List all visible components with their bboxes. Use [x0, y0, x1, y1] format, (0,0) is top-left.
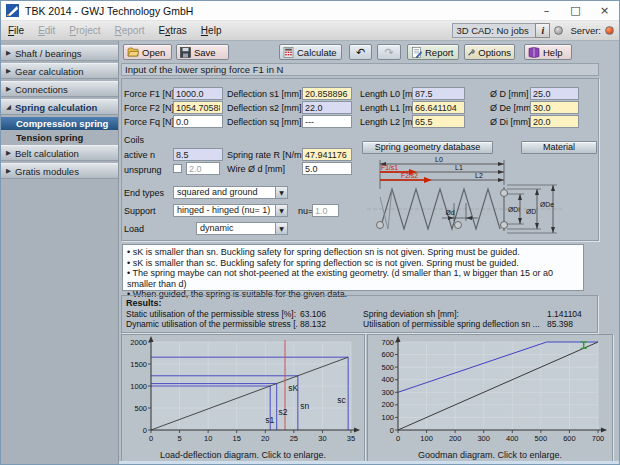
- input-s1[interactable]: [302, 87, 352, 100]
- undo-icon: ↶: [356, 47, 365, 58]
- sidebar-item-connections[interactable]: ▶Connections: [1, 81, 118, 97]
- sidebar-item-spring-calculation[interactable]: ◢Spring calculation: [1, 99, 118, 115]
- minimize-button[interactable]: –: [532, 1, 561, 20]
- redo-button[interactable]: ↷: [377, 44, 401, 60]
- sidebar: ▶Shaft / bearings▶Gear calculation▶Conne…: [1, 41, 119, 464]
- undo-button[interactable]: ↶: [349, 44, 372, 60]
- sidebar-item-gear-calculation[interactable]: ▶Gear calculation: [1, 63, 118, 79]
- goodman-caption[interactable]: Goodman diagram. Click to enlarge.: [368, 450, 612, 460]
- input-f1[interactable]: [173, 87, 223, 100]
- chevron-down-icon[interactable]: ▼: [275, 223, 287, 234]
- label-f1: Force F1 [N]: [124, 89, 174, 99]
- menu-file[interactable]: File: [1, 21, 31, 40]
- svg-text:20: 20: [261, 434, 269, 443]
- dim-de-label: ØDe: [540, 201, 554, 208]
- input-wire[interactable]: [302, 162, 352, 175]
- goodman-chart[interactable]: 0100200300400500600700010020030040050060…: [367, 334, 613, 463]
- end-types-select[interactable]: squared and ground ▼: [173, 186, 288, 199]
- spring-geometry-database-button[interactable]: Spring geometry database: [362, 141, 493, 154]
- dim-l0-label: L0: [435, 157, 443, 163]
- input-s2[interactable]: [302, 101, 352, 114]
- maximize-button[interactable]: □: [561, 1, 590, 20]
- help-button[interactable]: Help: [524, 44, 572, 60]
- calculator-icon: [283, 47, 294, 58]
- sidebar-item-label: Gratis modules: [15, 166, 79, 177]
- open-label: Open: [142, 47, 165, 58]
- input-f2[interactable]: [173, 101, 223, 114]
- sidebar-item-gratis-modules[interactable]: ▶Gratis modules: [1, 163, 118, 179]
- svg-text:0: 0: [390, 426, 394, 435]
- load-select[interactable]: dynamic ▼: [196, 222, 288, 235]
- svg-text:35: 35: [347, 434, 355, 443]
- input-l0[interactable]: [412, 87, 465, 100]
- sidebar-item-tension-spring[interactable]: Tension spring: [1, 131, 118, 144]
- svg-text:100: 100: [420, 434, 433, 443]
- svg-text:5: 5: [177, 434, 181, 443]
- load-deflection-caption[interactable]: Load-deflection diagram. Click to enlarg…: [122, 450, 364, 460]
- options-button[interactable]: Options: [464, 44, 515, 60]
- input-l2[interactable]: [412, 115, 465, 128]
- close-button[interactable]: ×: [590, 1, 619, 20]
- svg-text:300: 300: [381, 388, 394, 397]
- menu-extras[interactable]: Extras: [152, 21, 194, 40]
- input-dd[interactable]: [530, 87, 579, 100]
- server-led: [605, 26, 614, 35]
- content: Open Save Calculate ↶ ↷ Report Options H…: [119, 41, 619, 464]
- help-book-icon: [528, 47, 540, 58]
- chevron-down-icon[interactable]: ▼: [275, 187, 287, 198]
- app-window: TBK 2014 - GWJ Technology GmbH – □ × Fil…: [0, 0, 620, 465]
- dim-di-label: ØDi: [508, 206, 520, 213]
- support-select[interactable]: hinged - hinged (nu= 1) ▼: [173, 204, 288, 217]
- sidebar-item-compression-spring[interactable]: Compression spring: [1, 117, 118, 130]
- dim-dm-label: ØD: [526, 208, 536, 215]
- open-button[interactable]: Open: [123, 44, 172, 60]
- result-value: 85.398: [547, 319, 573, 329]
- save-button[interactable]: Save: [176, 44, 229, 60]
- input-sq[interactable]: [302, 115, 352, 128]
- material-button[interactable]: Material: [521, 141, 597, 154]
- sidebar-item-belt-calculation[interactable]: ▶Belt calculation: [1, 145, 118, 161]
- svg-text:s1: s1: [265, 415, 274, 425]
- label-ddi: Ø Di [mm]: [490, 117, 531, 127]
- results-title: Results:: [126, 298, 162, 308]
- status-line: Input of the lower spring force F1 in N: [121, 63, 599, 76]
- label-nu: nu=: [298, 206, 313, 216]
- svg-text:0: 0: [396, 434, 400, 443]
- input-active-n[interactable]: [173, 148, 223, 161]
- sidebar-item-shaft-bearings[interactable]: ▶Shaft / bearings: [1, 45, 118, 61]
- server-label: Server:: [570, 25, 601, 36]
- label-fq: Force Fq [N]: [124, 117, 174, 127]
- report-document-icon: [411, 47, 422, 58]
- calculate-button[interactable]: Calculate: [279, 44, 342, 60]
- svg-text:1000: 1000: [130, 382, 147, 391]
- input-fq[interactable]: [173, 115, 223, 128]
- result-value: 88.132: [300, 319, 326, 329]
- input-ddi[interactable]: [530, 115, 579, 128]
- spring-input-panel: Coils unsprung End types squared and gro…: [121, 78, 599, 241]
- dim-d-label: Ød: [445, 209, 454, 216]
- input-spring-rate[interactable]: [302, 148, 352, 161]
- label-load: Load: [124, 224, 144, 234]
- svg-text:0: 0: [143, 426, 147, 435]
- result-value: 1.141104: [547, 309, 582, 319]
- svg-text:500: 500: [134, 404, 147, 413]
- result-label: Spring deviation sh [mm]:: [363, 309, 543, 319]
- collapsed-icon: ▶: [6, 149, 15, 157]
- warning-message: sK is smaller than sn. Buckling safety f…: [127, 247, 579, 258]
- menu-project: Project: [62, 21, 107, 40]
- warning-message: The spring maybe can not shot-peened at …: [127, 268, 579, 289]
- report-label: Report: [425, 47, 454, 58]
- input-nu[interactable]: [312, 204, 339, 217]
- svg-text:200: 200: [381, 400, 394, 409]
- unsprung-checkbox[interactable]: [173, 164, 182, 173]
- report-button[interactable]: Report: [407, 44, 459, 60]
- menu-help[interactable]: Help: [194, 21, 229, 40]
- svg-text:10: 10: [204, 434, 212, 443]
- input-unsprung[interactable]: [186, 162, 220, 175]
- load-deflection-chart[interactable]: s1s2sKsnsc051015202530350500100015002000…: [121, 334, 365, 463]
- input-l1[interactable]: [412, 101, 465, 114]
- chevron-down-icon[interactable]: ▼: [275, 205, 287, 216]
- info-button[interactable]: i: [535, 23, 550, 38]
- input-dde[interactable]: [530, 101, 579, 114]
- label-sq: Deflection sq [mm]: [227, 117, 302, 127]
